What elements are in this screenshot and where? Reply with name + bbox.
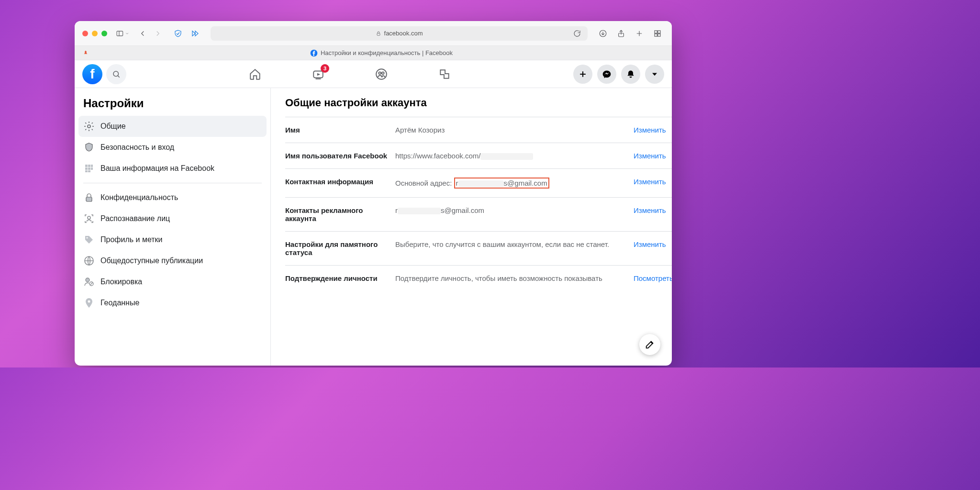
row-value: Выберите, что случится с вашим аккаунтом… (395, 240, 634, 256)
svg-rect-0 (117, 31, 123, 36)
sidebar-item-label: Профиль и метки (100, 235, 163, 244)
sidebar-item-security[interactable]: Безопасность и вход (78, 137, 267, 158)
compose-fab[interactable] (639, 334, 660, 355)
svg-point-41 (86, 278, 89, 282)
shield-icon[interactable] (171, 27, 185, 40)
safari-window: facebook.com Настройки и конфиденциально… (75, 21, 672, 366)
nav-gaming[interactable] (434, 64, 455, 84)
sidebar-item-label: Конфиденциальность (100, 193, 178, 202)
row-contact: Контактная информация Основной адрес: rs… (285, 169, 672, 198)
pin-icon (82, 50, 89, 56)
svg-marker-19 (317, 73, 321, 75)
svg-line-43 (90, 283, 93, 285)
fast-forward-icon[interactable] (189, 27, 202, 40)
forward-button[interactable] (151, 27, 165, 40)
row-label: Настройки для памятного статуса (285, 240, 395, 256)
svg-rect-12 (655, 33, 657, 36)
edit-link[interactable]: Изменить (634, 178, 672, 189)
share-button[interactable] (614, 27, 628, 40)
edit-link[interactable]: Изменить (634, 206, 672, 223)
block-icon (83, 276, 95, 288)
svg-rect-11 (658, 31, 660, 33)
back-button[interactable] (136, 27, 149, 40)
view-link[interactable]: Посмотреть (634, 274, 672, 282)
highlighted-email: rs@gmail.com (454, 178, 549, 189)
redacted (458, 180, 504, 187)
svg-rect-36 (88, 170, 90, 172)
row-value: https://www.facebook.com/ (395, 152, 634, 160)
sidebar-item-yourinfo[interactable]: Ваша информация на Facebook (78, 158, 267, 179)
svg-point-21 (376, 69, 387, 79)
fullscreen-window-button[interactable] (101, 31, 107, 36)
face-icon (83, 213, 95, 224)
svg-marker-2 (192, 31, 195, 36)
svg-marker-27 (652, 73, 657, 76)
row-value: rs@gmail.com (395, 206, 634, 223)
row-value: Подтвердите личность, чтобы иметь возмож… (395, 274, 634, 282)
svg-rect-33 (91, 165, 93, 167)
facebook-logo[interactable]: f (82, 64, 102, 84)
downloads-button[interactable] (596, 27, 610, 40)
url-text: facebook.com (384, 30, 423, 37)
tab-title: Настройки и конфиденциальность | Faceboo… (321, 49, 453, 56)
lock-icon (83, 192, 95, 203)
settings-sidebar: Настройки Общие Безопасность и вход Ваша… (75, 88, 271, 366)
row-label: Подтверждение личности (285, 274, 395, 282)
edit-link[interactable]: Изменить (634, 152, 672, 160)
sidebar-item-blocking[interactable]: Блокировка (78, 271, 267, 292)
gear-icon (83, 121, 95, 132)
svg-rect-32 (88, 167, 90, 170)
new-tab-button[interactable] (633, 27, 646, 40)
row-label: Контакты рекламного аккаунта (285, 206, 395, 223)
settings-split: Настройки Общие Безопасность и вход Ваша… (75, 88, 672, 366)
nav-home[interactable] (245, 64, 265, 84)
facebook-topbar: f 3 (75, 60, 672, 88)
svg-point-28 (88, 125, 90, 128)
svg-line-17 (118, 76, 120, 78)
sidebar-toggle-button[interactable] (116, 27, 129, 40)
sidebar-item-face[interactable]: Распознавание лиц (78, 208, 267, 229)
sidebar-title: Настройки (78, 95, 267, 116)
sidebar-item-label: Безопасность и вход (100, 143, 174, 152)
svg-rect-13 (658, 33, 660, 36)
pinned-tab[interactable] (78, 46, 94, 60)
svg-rect-37 (86, 197, 92, 201)
svg-rect-4 (377, 33, 380, 35)
shield-icon (83, 142, 95, 153)
svg-point-44 (88, 301, 90, 303)
edit-link[interactable]: Изменить (634, 240, 672, 256)
search-button[interactable] (106, 64, 126, 84)
nav-video[interactable]: 3 (308, 64, 328, 84)
sidebar-item-label: Ваша информация на Facebook (100, 164, 214, 173)
sidebar-item-general[interactable]: Общие (78, 116, 267, 137)
refresh-button[interactable] (570, 27, 584, 40)
svg-point-38 (88, 216, 90, 219)
row-adcontact: Контакты рекламного аккаунта rs@gmail.co… (285, 198, 672, 232)
tab-overview-button[interactable] (651, 27, 664, 40)
separator (83, 183, 262, 183)
create-button[interactable] (573, 65, 592, 84)
edit-link[interactable]: Изменить (634, 126, 672, 134)
row-value: Основной адрес: rs@gmail.com (395, 178, 634, 189)
sidebar-item-label: Общедоступные публикации (100, 256, 203, 265)
compose-icon (645, 339, 655, 350)
location-icon (83, 297, 95, 309)
tabstrip: Настройки и конфиденциальность | Faceboo… (75, 46, 672, 60)
messenger-button[interactable] (597, 65, 616, 84)
content-title: Общие настройки аккаунта (285, 97, 672, 117)
close-window-button[interactable] (82, 31, 88, 36)
svg-rect-35 (85, 170, 88, 172)
minimize-window-button[interactable] (92, 31, 98, 36)
search-icon (112, 70, 121, 78)
sidebar-item-location[interactable]: Геоданные (78, 292, 267, 313)
sidebar-item-privacy[interactable]: Конфиденциальность (78, 187, 267, 208)
sidebar-item-profiletags[interactable]: Профиль и метки (78, 229, 267, 250)
row-label: Имя пользователя Facebook (285, 152, 395, 160)
notifications-button[interactable] (621, 65, 640, 84)
nav-groups[interactable] (371, 64, 391, 84)
sidebar-item-publicposts[interactable]: Общедоступные публикации (78, 250, 267, 271)
active-tab[interactable]: Настройки и конфиденциальность | Faceboo… (94, 49, 669, 57)
tag-icon (83, 234, 95, 245)
address-bar[interactable]: facebook.com (211, 26, 588, 41)
account-menu-button[interactable] (645, 65, 664, 84)
